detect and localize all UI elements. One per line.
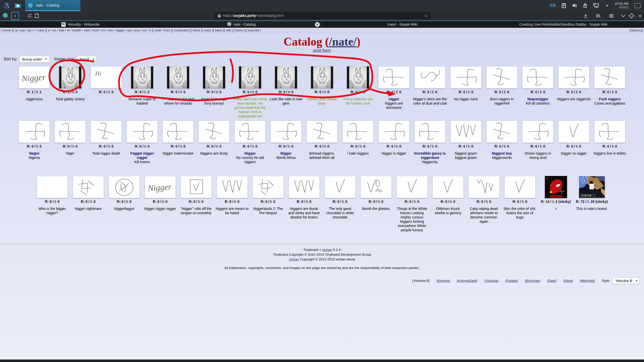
- catalog-thread[interactable]: R: 0 / I: 0NiggerBomb Africa: [268, 120, 304, 160]
- style-link[interactable]: [Kolyma]: [437, 279, 450, 283]
- catalog-thread[interactable]: R: 0 / I: 0Behead niggers, behead them a…: [304, 120, 340, 160]
- close-window-icon[interactable]: ×: [638, 13, 641, 18]
- style-link-current[interactable]: [Yotsuba B]: [412, 279, 430, 283]
- downloads-icon[interactable]: [583, 13, 588, 18]
- taskbar-active-task[interactable]: nate - Catalog: [25, 0, 80, 11]
- board-nav-group[interactable]: [ craft / fnac ]: [153, 28, 172, 32]
- volume-icon[interactable]: [572, 3, 577, 8]
- minimize-icon[interactable]: [621, 13, 625, 17]
- url-bar[interactable]: https://soyjaks.party/nate/catalog.html …: [215, 12, 431, 19]
- board-nav-group[interactable]: [ soycraft ]: [246, 28, 261, 32]
- browser-back-button[interactable]: ‹: [11, 12, 19, 20]
- catalog-thread[interactable]: thisR: 0 / I: 0Bomb the ghettos: [358, 176, 394, 211]
- tray-expander-icon[interactable]: ▼: [605, 4, 609, 8]
- thread-thumbnail[interactable]: [378, 66, 410, 88]
- board-nav-group[interactable]: [ a / an / bait / ef / health / raid / i…: [46, 28, 152, 32]
- catalog-thread[interactable]: R: 8 / I: 2Rename /nate/ to /raided/: [124, 66, 160, 106]
- catalog-thread[interactable]: R: 14 / I: 2 (sticky)■: [538, 176, 574, 211]
- catalog-thread[interactable]: R: 0 / I: 0I hate niggers: [340, 120, 376, 156]
- show-desktop-button[interactable]: [634, 3, 640, 8]
- thread-thumbnail[interactable]: [131, 66, 153, 89]
- browser-forward-button[interactable]: ›: [19, 12, 26, 19]
- thread-thumbnail[interactable]: [270, 121, 302, 143]
- maximize-icon[interactable]: [629, 13, 634, 18]
- thread-thumbnail[interactable]: [579, 176, 605, 198]
- thread-thumbnail[interactable]: [468, 176, 500, 198]
- thread-thumbnail[interactable]: [486, 66, 517, 88]
- catalog-thread[interactable]: R: 0 / I: 0Nigger exterminator: [160, 120, 196, 156]
- thread-thumbnail[interactable]: [450, 66, 481, 88]
- thread-thumbnail[interactable]: [37, 176, 68, 198]
- thread-thumbnail[interactable]: [19, 121, 50, 143]
- catalog-thread[interactable]: R: 0 / I: 0Nigger is nigger: [376, 120, 412, 156]
- thread-thumbnail[interactable]: [55, 121, 86, 143]
- thread-thumbnail[interactable]: [59, 66, 82, 89]
- board-nav-options-link[interactable]: [Options]: [630, 28, 643, 32]
- style-link[interactable]: [Dark]: [547, 279, 556, 283]
- thread-thumbnail[interactable]: [414, 66, 446, 88]
- thread-thumbnail[interactable]: [522, 121, 553, 143]
- catalog-thread[interactable]: R: 0 / I: 0Look like nate is now gem: [268, 66, 304, 106]
- style-link[interactable]: [Futaba]: [505, 279, 518, 283]
- catalog-thread[interactable]: R: 0 / I: 0Niggers are meant to be hated: [214, 176, 250, 215]
- browser-tab[interactable]: /nate/ - Soyjak Wiki: [322, 21, 483, 28]
- catalog-thread[interactable]: HiR: 0 / I: 0.: [88, 66, 124, 101]
- board-nav-group[interactable]: [ bans ]: [213, 28, 224, 32]
- catalog-thread[interactable]: R: 0 / I: 0NiggerNo country for old nigg…: [232, 120, 268, 164]
- thread-thumbnail[interactable]: [234, 121, 266, 143]
- catalog-thread[interactable]: R: 0 / I: 0Oldtroon 4cuck seethe is gemm…: [430, 176, 466, 215]
- style-link[interactable]: [Glow]: [564, 279, 573, 283]
- catalog-thread[interactable]: R: 0 / I: 0Who is the bigger nigger?: [34, 176, 70, 215]
- catalog-thread[interactable]: R: 0 / I: 0Nigger nightmare: [70, 176, 106, 211]
- thread-thumbnail[interactable]: [289, 176, 320, 198]
- thread-thumbnail[interactable]: Nigger: [19, 66, 50, 88]
- thread-thumbnail[interactable]: [347, 66, 369, 89]
- thread-thumbnail[interactable]: [253, 176, 284, 198]
- thread-thumbnail[interactable]: [414, 121, 446, 143]
- thread-thumbnail[interactable]: [594, 121, 625, 143]
- thread-thumbnail[interactable]: [558, 121, 589, 143]
- catalog-thread[interactable]: R: 0 / I: 0NegroNigeria: [16, 120, 52, 160]
- catalog-thread[interactable]: R: 0 / I: 0Total nigger death: [88, 120, 124, 156]
- style-link[interactable]: [Yotsuba]: [484, 279, 498, 283]
- thread-thumbnail[interactable]: [378, 121, 410, 143]
- thread-thumbnail[interactable]: [486, 121, 517, 143]
- thread-thumbnail[interactable]: [504, 176, 536, 198]
- app-launcher-icon[interactable]: [3, 1, 11, 10]
- style-link[interactable]: [Midnight]: [580, 279, 595, 283]
- style-link[interactable]: [KolymaDark]: [457, 279, 477, 283]
- catalog-thread[interactable]: R: 0 / I: 0No nigger zone: [448, 66, 484, 101]
- keyboard-layout-indicator[interactable]: EN: [550, 3, 555, 8]
- tab-close-button[interactable]: ✕: [315, 22, 320, 27]
- thread-thumbnail[interactable]: [163, 121, 194, 143]
- catalog-thread[interactable]: R: 0 / I: 0Niggerfaggot: [106, 176, 142, 211]
- board-link[interactable]: /nate/: [329, 35, 356, 48]
- vichan-link[interactable]: vichan: [289, 257, 299, 261]
- style-link[interactable]: [Burichan]: [525, 279, 540, 283]
- board-nav-group[interactable]: [ wiki ]: [224, 28, 233, 32]
- thread-thumbnail[interactable]: [198, 121, 230, 143]
- thread-thumbnail[interactable]: [275, 66, 297, 89]
- post-form-link[interactable]: post form: [313, 48, 331, 53]
- browser-tab[interactable]: nate - Catalog✕: [161, 21, 322, 28]
- catalog-thread[interactable]: R: 0 / I: 0Niggers are niggerish: [556, 66, 592, 101]
- thread-thumbnail[interactable]: [127, 121, 158, 143]
- catalog-thread[interactable]: R: 0 / I: 0Nigger's skins are the color …: [412, 66, 448, 106]
- clipboard-icon[interactable]: [561, 3, 566, 8]
- catalog-thread[interactable]: R: 0 / I: 0>Mmm, little human boys: [304, 66, 340, 106]
- catalog-thread[interactable]: R: 0 / I: 0"Nigger" rolls off the tongue…: [178, 176, 214, 215]
- catalog-thread[interactable]: R: 0 / I: 0Catty wiping dead altchans ne…: [466, 176, 502, 224]
- catalog-thread[interactable]: R: 0 / I: 0NegroniggerKill all shitskins: [520, 66, 556, 106]
- catalog-thread[interactable]: R: 0 / I: 0Faggot nigger niggerKill troo…: [124, 120, 160, 164]
- clock-widget[interactable]: 10:02 AM 9/29/23: [615, 2, 628, 9]
- catalog-thread[interactable]: R: 0 / I: 0Niggest goyim biggest goyim: [448, 120, 484, 160]
- thread-thumbnail[interactable]: this: [360, 176, 392, 198]
- board-nav-group[interactable]: [ chive ]: [191, 28, 202, 32]
- thread-thumbnail[interactable]: [73, 176, 104, 198]
- catalog-thread[interactable]: R: 0 / I: 0Niggest boyNiggerwords: [484, 120, 520, 160]
- catalog-thread[interactable]: NiggerR: 0 / I: 0Nigger nigger nigger: [142, 176, 178, 211]
- catalog-thread[interactable]: R: 0 / I: 0Things at the White House Loo…: [394, 176, 430, 232]
- thread-thumbnail[interactable]: [239, 66, 261, 89]
- catalog-thread[interactable]: R: 0 / I: 0Nigger vs nigger: [556, 120, 592, 156]
- catalog-thread[interactable]: R: 0 / I: 0Skin the color of shit, brain…: [502, 176, 538, 219]
